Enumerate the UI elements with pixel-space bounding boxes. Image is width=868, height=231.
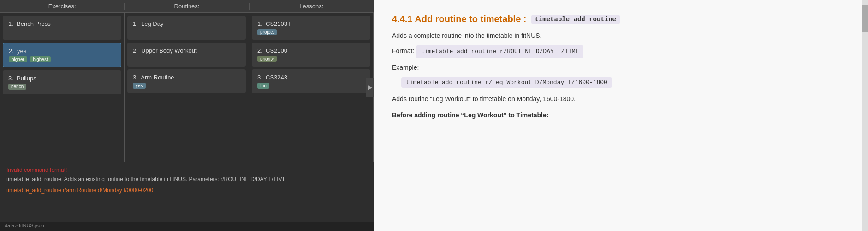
example-label: Example: [392,63,850,73]
bottom-bar: data> fitNUS.json [0,222,374,231]
tag-fun: fun [257,83,269,89]
exercise-2-tags: higher highest [9,55,115,62]
lesson-item-1[interactable]: 1. CS2103T project [252,16,370,40]
example-list: timetable_add_routine r/Leg Workout D/Mo… [401,77,850,90]
tag-higher: higher [9,56,27,62]
lesson-item-3[interactable]: 3. CS3243 fun [252,69,370,93]
routine-item-1[interactable]: 1. Leg Day [127,16,246,40]
right-scrollbar[interactable] [862,0,868,231]
routine-item-3[interactable]: 3. Arm Routine yes [127,69,246,93]
lessons-column: 1. CS2103T project 2. CS2100 priority 3.… [249,13,374,162]
scroll-right-arrow[interactable]: ▶ [366,78,374,97]
example-item: timetable_add_routine r/Leg Workout D/Mo… [401,77,612,88]
lesson-1-tags: project [257,27,365,35]
exercise-3-tags: bench [8,82,116,90]
format-code: timetable_add_routine r/ROUTINE D/DAY T/… [416,45,583,58]
exercises-header: Exercises: [0,3,125,10]
title-code: timetable_add_routine [531,15,620,24]
tag-priority: priority [257,56,277,62]
right-panel: 4.4.1 Add routine to timetable : timetab… [374,0,868,231]
command-text[interactable]: timetable_add_routine r/arm Routine d/Mo… [6,187,367,194]
exercise-item-2[interactable]: 2. yes higher highest [3,43,121,67]
routines-header: Routines: [125,3,249,10]
routine-3-tags: yes [133,81,240,89]
scrollbar-thumb [862,5,868,32]
section-title: 4.4.1 Add routine to timetable : timetab… [392,14,850,24]
routine-item-2[interactable]: 2. Upper Body Workout [127,43,246,67]
lesson-item-2[interactable]: 2. CS2100 priority [252,43,370,67]
description: Adds a complete routine into the timetab… [392,31,850,41]
error-message: Invalid command format! [6,167,367,173]
tag-project: project [257,29,277,35]
after-example: Adds routine “Leg Workout” to timetable … [392,94,850,104]
tag-yes: yes [133,83,146,89]
bottom-panel: Invalid command format! timetable_add_ro… [0,162,374,222]
exercise-item-1[interactable]: 1. Bench Press [3,16,121,40]
info-message: timetable_add_routine: Adds an existing … [6,176,367,182]
columns-header: Exercises: Routines: Lessons: [0,0,374,13]
exercises-column: 1. Bench Press 2. yes higher highest 3. … [0,13,125,162]
lesson-2-tags: priority [257,54,365,62]
tag-highest: highest [30,56,50,62]
format-label: Format: [392,47,416,55]
format-line: Format: timetable_add_routine r/ROUTINE … [392,45,850,58]
tag-bench: bench [8,84,26,90]
columns-body: 1. Bench Press 2. yes higher highest 3. … [0,13,374,162]
before-label: Before adding routine “Leg Workout” to T… [392,110,850,120]
title-prefix: 4.4.1 Add routine to timetable : [392,14,527,24]
exercise-item-3[interactable]: 3. Pullups bench [3,70,121,94]
lesson-3-tags: fun [257,81,365,89]
lessons-header: Lessons: [250,3,374,10]
left-panel: Exercises: Routines: Lessons: 1. Bench P… [0,0,374,231]
routines-column: 1. Leg Day 2. Upper Body Workout 3. Arm … [125,13,249,162]
